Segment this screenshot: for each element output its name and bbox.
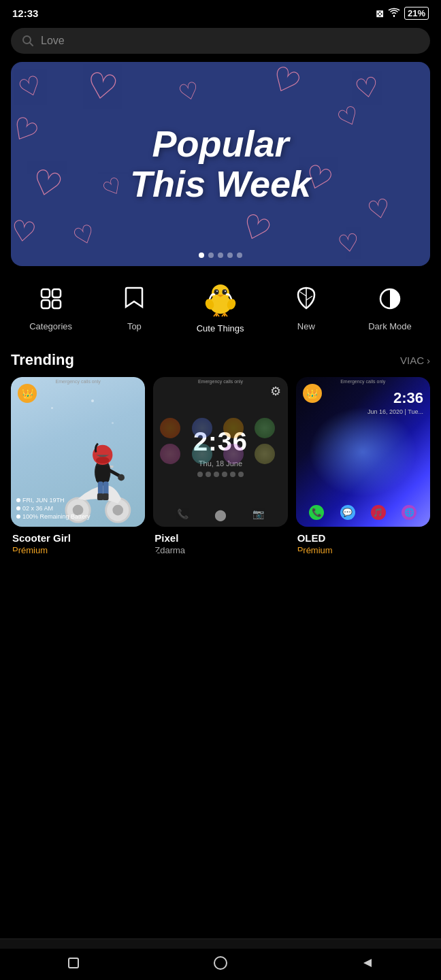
svg-point-31 (96, 457, 110, 463)
heart-deco: ♡ (27, 161, 67, 207)
dot-1 (199, 252, 204, 258)
scooter-girl-image: Emergency calls only 👑 FRI, JUN 19TH 02 … (11, 377, 145, 527)
oled-glow (309, 407, 416, 497)
svg-rect-36 (103, 493, 109, 500)
crown-badge-scooter: 👑 (18, 384, 37, 403)
viac-link[interactable]: VIAC › (400, 355, 430, 366)
android-home-btn[interactable] (213, 956, 228, 974)
card-status-scooter: Prémium (11, 545, 145, 555)
wallpaper-cards: Emergency calls only 👑 FRI, JUN 19TH 02 … (0, 377, 441, 569)
oled-date: Jun 16, 2020 | Tue... (368, 408, 423, 415)
card-info-overlay: FRI, JUN 19TH 02 x 36 AM 100% Remaining … (16, 497, 91, 520)
banner-dots (199, 252, 242, 258)
heart-deco: ♡ (11, 214, 39, 250)
svg-rect-35 (97, 493, 103, 500)
category-top[interactable]: Top (117, 282, 151, 331)
heart-deco: ♡ (352, 70, 381, 105)
trending-title: Trending (11, 351, 74, 369)
svg-point-11 (225, 291, 226, 292)
android-square-btn[interactable] (67, 956, 80, 973)
trending-header: Trending VIAC › (0, 340, 441, 377)
svg-rect-2 (42, 289, 50, 297)
oled-app-icons: 📞 💬 🎵 🌐 (296, 505, 430, 520)
banner-line2: This Week (130, 164, 311, 204)
svg-point-38 (118, 474, 125, 481)
pixel-image: Emergency calls only ⚙ 2:36 (153, 377, 287, 527)
cast-icon: ⊠ (376, 8, 384, 19)
svg-point-7 (212, 284, 229, 302)
category-dark-mode[interactable]: Dark Mode (368, 282, 412, 331)
svg-point-28 (113, 505, 124, 516)
heart-deco: ♡ (98, 171, 128, 203)
svg-rect-32 (96, 466, 110, 482)
category-categories-label: Categories (29, 321, 72, 331)
search-placeholder: Love (41, 35, 65, 47)
status-icons: ⊠ 21% (376, 7, 429, 20)
wifi-icon (388, 7, 400, 19)
card-name-pixel: Pixel (153, 532, 287, 544)
dot-5 (237, 252, 242, 258)
banner-line1: Popular (130, 124, 311, 164)
svg-rect-5 (52, 300, 61, 308)
svg-line-1 (30, 43, 33, 46)
emergency-text-pixel: Emergency calls only (153, 377, 287, 386)
heart-deco: ♡ (364, 193, 393, 227)
search-bar[interactable]: Love (11, 28, 430, 54)
oled-time: 2:36 (393, 389, 423, 407)
category-cute-things[interactable]: Cute Things (197, 280, 244, 333)
heart-deco: ♡ (336, 228, 362, 259)
card-oled[interactable]: Emergency calls only 👑 2:36 Jun 16, 2020… (296, 377, 430, 555)
heart-deco: ♡ (83, 63, 122, 109)
card-name-oled: OLED (296, 532, 430, 544)
search-icon (22, 35, 34, 47)
svg-line-22 (300, 292, 306, 296)
category-nav: Categories Top (0, 266, 441, 340)
banner: ♡ ♡ ♡ ♡ ♡ ♡ ♡ ♡ ♡ ♡ ♡ ♡ ♡ ♡ ♡ Popular Th… (11, 62, 430, 266)
card-scooter-girl[interactable]: Emergency calls only 👑 FRI, JUN 19TH 02 … (11, 377, 145, 555)
card-name-scooter: Scooter Girl (11, 532, 145, 544)
banner-text-area: Popular This Week (130, 124, 311, 205)
crown-badge-oled: 👑 (303, 384, 322, 403)
svg-rect-3 (52, 289, 61, 297)
dot-3 (218, 252, 223, 258)
status-bar: 12:33 ⊠ 21% (0, 0, 441, 24)
heart-deco: ♡ (176, 76, 202, 108)
leaf-icon (289, 282, 323, 316)
heart-deco: ♡ (15, 69, 47, 105)
grid-icon (34, 282, 68, 316)
battery-indicator: 21% (404, 7, 429, 20)
card-status-pixel: Zdarma (153, 545, 287, 555)
category-dark-mode-label: Dark Mode (368, 321, 412, 331)
svg-marker-49 (363, 959, 372, 967)
category-categories[interactable]: Categories (29, 282, 72, 331)
oled-image: Emergency calls only 👑 2:36 Jun 16, 2020… (296, 377, 430, 527)
category-new[interactable]: New (289, 282, 323, 331)
category-new-label: New (297, 321, 315, 331)
chick-icon (201, 280, 240, 318)
android-nav (0, 949, 441, 980)
svg-point-48 (214, 957, 227, 969)
category-cute-things-label: Cute Things (197, 323, 244, 333)
dot-2 (208, 252, 214, 258)
category-top-label: Top (127, 321, 142, 331)
svg-rect-4 (42, 300, 50, 308)
dot-4 (227, 252, 233, 258)
heart-deco: ♡ (264, 62, 307, 104)
halfcircle-icon (373, 282, 407, 316)
settings-icon: ⚙ (270, 384, 281, 399)
heart-deco: ♡ (69, 218, 99, 252)
android-back-btn[interactable] (361, 956, 374, 973)
svg-line-23 (306, 296, 312, 300)
heart-deco: ♡ (235, 205, 277, 251)
heart-deco: ♡ (11, 109, 44, 152)
card-pixel[interactable]: Emergency calls only ⚙ 2:36 (153, 377, 287, 555)
chevron-right-icon: › (427, 355, 430, 366)
time-display: 12:33 (12, 7, 38, 19)
card-status-oled: Prémium (296, 545, 430, 555)
svg-point-10 (216, 291, 218, 292)
svg-rect-47 (69, 958, 78, 968)
bookmark-icon (117, 282, 151, 316)
